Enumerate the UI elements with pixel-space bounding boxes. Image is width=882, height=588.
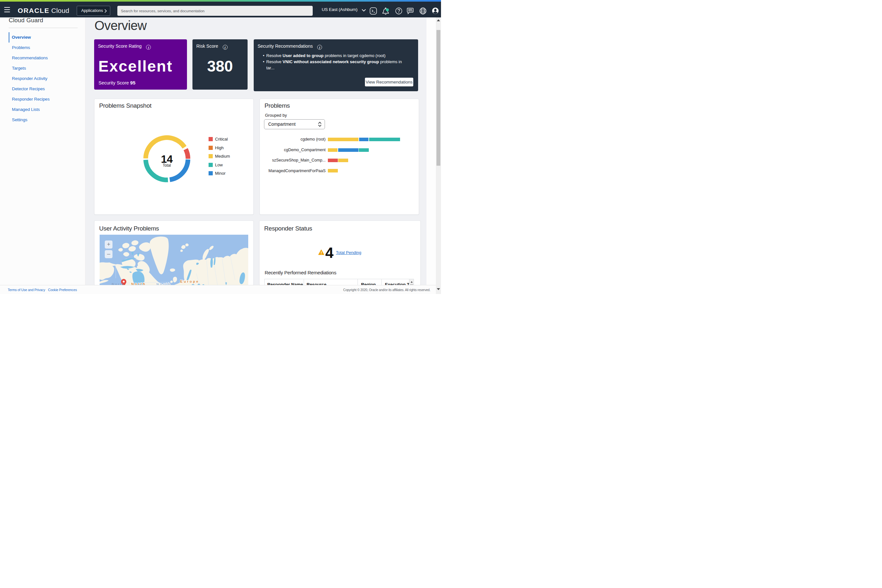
svg-text:Europe: Europe: [180, 279, 200, 284]
